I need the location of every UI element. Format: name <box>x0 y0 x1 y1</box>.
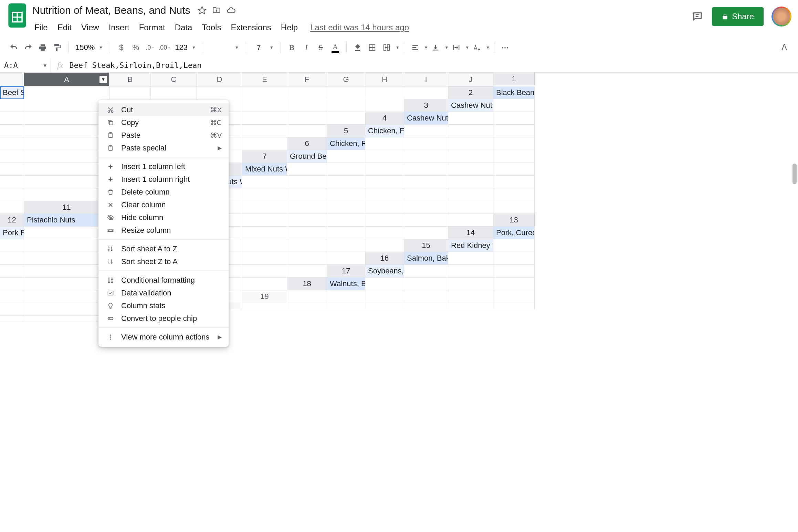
cell-A20[interactable] <box>242 303 287 309</box>
cell-C19[interactable] <box>365 290 404 303</box>
column-header-J[interactable]: J <box>448 73 493 86</box>
redo-icon[interactable] <box>21 41 35 54</box>
menu-item-resize-column[interactable]: Resize column <box>98 224 229 237</box>
caret-down-icon[interactable]: ▼ <box>486 45 490 50</box>
cell-F1[interactable] <box>242 86 287 99</box>
cell-D6[interactable] <box>448 137 493 150</box>
cell-B5[interactable] <box>404 125 448 137</box>
cell-C3[interactable] <box>0 112 24 125</box>
text-color-icon[interactable]: A <box>328 41 342 54</box>
cell-B8[interactable] <box>287 163 327 176</box>
text-rotation-icon[interactable] <box>470 41 484 54</box>
cell-E18[interactable] <box>493 278 535 290</box>
cell-E5[interactable] <box>0 137 24 150</box>
cell-B6[interactable] <box>365 137 404 150</box>
cell-J12[interactable] <box>448 214 493 227</box>
cell-C6[interactable] <box>404 137 448 150</box>
cell-I20[interactable] <box>24 316 109 322</box>
cell-H11[interactable] <box>404 201 448 214</box>
row-header-18[interactable]: 18 <box>287 278 327 290</box>
cell-A3[interactable]: Cashew Nuts, Dry Roastd,Salted <box>448 99 493 112</box>
row-header-17[interactable]: 17 <box>327 265 365 278</box>
cell-F12[interactable] <box>287 214 327 227</box>
cell-D9[interactable] <box>327 176 365 188</box>
menu-file[interactable]: File <box>30 21 52 34</box>
column-header-C[interactable]: C <box>151 73 197 86</box>
cell-B15[interactable] <box>493 239 535 252</box>
cell-A6[interactable]: Chicken, Roasted, Breast <box>327 137 365 150</box>
paint-format-icon[interactable] <box>50 41 64 54</box>
increase-decimal-icon[interactable]: .00→ <box>158 41 171 54</box>
cell-G20[interactable] <box>493 303 535 309</box>
name-box[interactable]: A:A ▼ <box>0 58 51 72</box>
cell-A17[interactable]: Soybeans, Dry, Cooked, Drained <box>365 265 404 278</box>
column-header-H[interactable]: H <box>365 73 404 86</box>
percent-icon[interactable]: % <box>129 41 143 54</box>
cell-C2[interactable] <box>24 99 109 112</box>
cell-E7[interactable] <box>448 150 493 163</box>
cell-D5[interactable] <box>493 125 535 137</box>
cell-C20[interactable] <box>327 303 365 309</box>
number-format-selector[interactable]: 123▼ <box>172 43 199 52</box>
cell-C16[interactable] <box>493 252 535 265</box>
cell-B20[interactable] <box>287 303 327 309</box>
cell-E6[interactable] <box>493 137 535 150</box>
cell-G2[interactable] <box>242 99 287 112</box>
row-header-15[interactable]: 15 <box>404 239 448 252</box>
cell-J9[interactable] <box>24 188 109 201</box>
cell-E9[interactable] <box>365 176 404 188</box>
cell-B17[interactable] <box>404 265 448 278</box>
menu-item-insert-1-column-left[interactable]: Insert 1 column left <box>98 160 229 173</box>
cell-G18[interactable] <box>24 290 109 303</box>
cell-F10[interactable] <box>365 188 404 201</box>
row-header-16[interactable]: 16 <box>365 252 404 265</box>
select-all-corner[interactable] <box>0 73 24 86</box>
cell-J14[interactable] <box>365 239 404 252</box>
row-header-6[interactable]: 6 <box>287 137 327 150</box>
cell-C8[interactable] <box>327 163 365 176</box>
cell-J5[interactable] <box>242 137 287 150</box>
bold-icon[interactable]: B <box>285 41 299 54</box>
cell-C4[interactable] <box>493 112 535 125</box>
decrease-decimal-icon[interactable]: .0← <box>143 41 157 54</box>
last-edit-link[interactable]: Last edit was 14 hours ago <box>310 23 409 32</box>
cell-H3[interactable] <box>242 112 287 125</box>
cell-E19[interactable] <box>448 290 493 303</box>
cell-F18[interactable] <box>0 290 24 303</box>
cell-D17[interactable] <box>493 265 535 278</box>
cell-A15[interactable]: Red Kidney Beans, Dry, Canned <box>448 239 493 252</box>
cell-E17[interactable] <box>0 278 24 290</box>
cell-C14[interactable] <box>24 239 109 252</box>
cell-B16[interactable] <box>448 252 493 265</box>
cell-F17[interactable] <box>24 278 109 290</box>
font-size-selector[interactable]: 7 <box>250 44 267 52</box>
cell-H14[interactable] <box>287 239 327 252</box>
cell-A14[interactable]: Pork, Cured, Bacon, Regul,Cooked <box>493 227 535 239</box>
cell-D19[interactable] <box>404 290 448 303</box>
cell-B4[interactable] <box>448 112 493 125</box>
undo-icon[interactable] <box>7 41 21 54</box>
cell-H2[interactable] <box>287 99 327 112</box>
cell-I16[interactable] <box>242 265 287 278</box>
cell-H8[interactable] <box>0 176 24 188</box>
row-header-7[interactable]: 7 <box>242 150 287 163</box>
menu-item-paste-special[interactable]: Paste special ▶ <box>98 142 229 154</box>
caret-down-icon[interactable]: ▼ <box>424 45 428 50</box>
cell-B19[interactable] <box>327 290 365 303</box>
share-button[interactable]: Share <box>712 7 764 26</box>
cell-B18[interactable] <box>365 278 404 290</box>
cell-A8[interactable]: Mixed Nuts W/ Peants,Dry,Unsalted <box>242 163 287 176</box>
currency-icon[interactable]: $ <box>114 41 128 54</box>
cell-E10[interactable] <box>327 188 365 201</box>
menu-edit[interactable]: Edit <box>53 21 76 34</box>
cell-I2[interactable] <box>327 99 365 112</box>
cell-C18[interactable] <box>404 278 448 290</box>
column-header-B[interactable]: B <box>109 73 151 86</box>
menu-item-cut[interactable]: Cut ⌘X <box>98 103 229 116</box>
cell-B3[interactable] <box>493 99 535 112</box>
cell-I15[interactable] <box>287 252 327 265</box>
row-header-4[interactable]: 4 <box>365 112 404 125</box>
cell-B1[interactable] <box>24 86 109 99</box>
menu-item-copy[interactable]: Copy ⌘C <box>98 116 229 129</box>
cell-D16[interactable] <box>0 265 24 278</box>
